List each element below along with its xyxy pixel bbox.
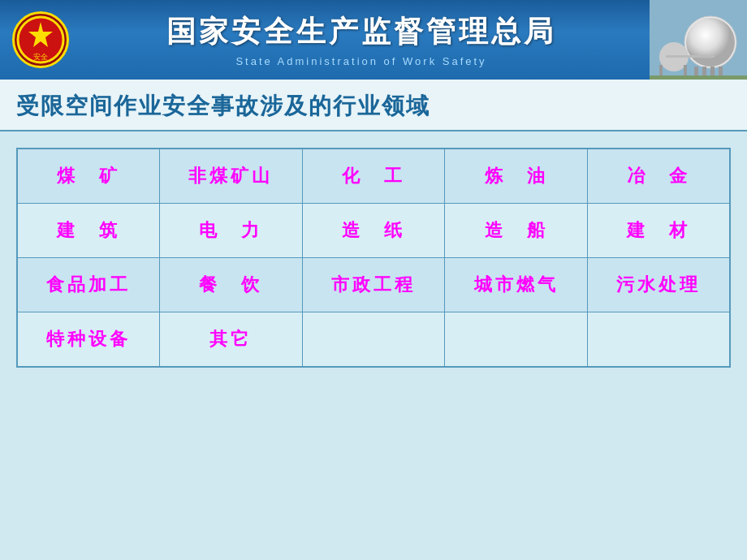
table-cell: 特种设备: [17, 312, 160, 368]
table-cell: 食品加工: [17, 258, 160, 312]
header-title-en: State Administration of Work Safety: [235, 55, 486, 67]
header: 安全 国家安全生产监督管理总局 State Administration of …: [0, 0, 747, 80]
table-cell: 建 筑: [17, 204, 160, 258]
table-cell: 炼 油: [445, 149, 588, 204]
table-cell: 电 力: [160, 204, 303, 258]
industry-table: 煤 矿非煤矿山化 工炼 油冶 金建 筑电 力造 纸造 船建 材食品加工餐 饮市政…: [16, 148, 731, 368]
svg-point-5: [686, 18, 735, 67]
header-decoration: [650, 0, 747, 80]
svg-rect-14: [666, 55, 715, 58]
main-content: 煤 矿非煤矿山化 工炼 油冶 金建 筑电 力造 纸造 船建 材食品加工餐 饮市政…: [0, 131, 747, 384]
table-cell: 市政工程: [302, 258, 445, 312]
svg-rect-11: [659, 65, 663, 77]
table-cell: 污水处理: [587, 258, 730, 312]
svg-rect-12: [684, 65, 687, 77]
svg-text:安全: 安全: [33, 53, 48, 61]
subtitle-text: 受限空间作业安全事故涉及的行业领域: [16, 91, 731, 122]
table-cell: [445, 312, 588, 368]
table-cell: 造 纸: [302, 204, 445, 258]
table-cell: 化 工: [302, 149, 445, 204]
table-cell: 餐 饮: [160, 258, 303, 312]
header-title: 国家安全生产监督管理总局 State Administration of Wor…: [73, 12, 650, 67]
subtitle-bar: 受限空间作业安全事故涉及的行业领域: [0, 80, 747, 131]
logo: 安全: [8, 7, 73, 72]
table-cell: 建 材: [587, 204, 730, 258]
table-cell: [302, 312, 445, 368]
table-cell: [587, 312, 730, 368]
table-cell: 其它: [160, 312, 303, 368]
table-cell: 煤 矿: [17, 149, 160, 204]
svg-rect-13: [650, 75, 747, 80]
table-cell: 冶 金: [587, 149, 730, 204]
header-title-cn: 国家安全生产监督管理总局: [166, 12, 556, 52]
table-cell: 造 船: [445, 204, 588, 258]
logo-emblem: 安全: [12, 11, 69, 68]
table-cell: 非煤矿山: [160, 149, 303, 204]
table-cell: 城市燃气: [445, 258, 588, 312]
